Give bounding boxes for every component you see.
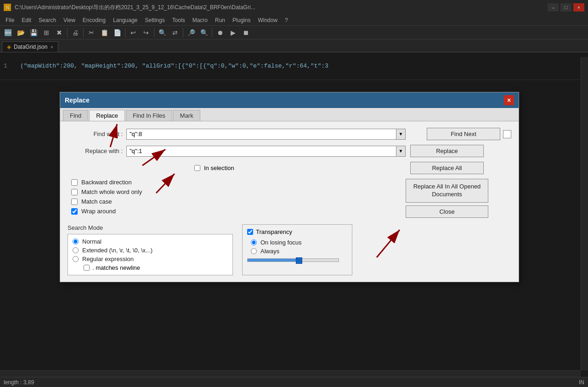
on-losing-focus-row: On losing focus: [247, 239, 347, 246]
replace-with-input[interactable]: [127, 146, 396, 156]
wrap-around-label: Wrap around: [81, 208, 116, 215]
replace-all-button[interactable]: Replace All: [410, 162, 484, 174]
dialog-titlebar: Replace ×: [60, 92, 519, 108]
wrap-around-checkbox[interactable]: [71, 208, 78, 215]
find-next-button[interactable]: Find Next: [427, 128, 500, 140]
regex-label: Regular expression: [82, 256, 134, 262]
search-mode-content: Search Mode Normal Extended (\n, \r, \t,…: [68, 224, 511, 275]
matches-newline-row: . matches newline: [73, 264, 228, 271]
extended-label: Extended (\n, \r, \t, \0, \x...): [82, 247, 153, 254]
always-label: Always: [260, 248, 279, 255]
dialog-tabs: Find Replace Find In Files Mark: [60, 108, 519, 121]
extended-radio[interactable]: [73, 247, 79, 253]
right-buttons: Replace All In All Opened Documents Clos…: [406, 179, 511, 218]
normal-radio[interactable]: [73, 239, 79, 245]
tab-replace[interactable]: Replace: [89, 110, 125, 121]
find-what-input-wrap: ▼: [126, 129, 406, 140]
match-whole-word-row: Match whole word only: [68, 188, 406, 195]
always-row: Always: [247, 248, 347, 255]
search-mode-box: Search Mode Normal Extended (\n, \r, \t,…: [68, 224, 233, 275]
close-button[interactable]: Close: [406, 205, 488, 218]
find-what-row: Find what : ▼ Find Next: [68, 128, 511, 140]
transparency-header: Transparency: [247, 228, 347, 235]
normal-label: Normal: [82, 238, 102, 245]
match-case-checkbox[interactable]: [71, 199, 78, 205]
replace-with-row: Replace with : ▼ Replace: [68, 145, 511, 157]
slider-thumb[interactable]: [296, 257, 302, 264]
search-mode-section: Search Mode Normal Extended (\n, \r, \t,…: [68, 224, 511, 275]
checkboxes-section: Backward direction Match whole word only…: [68, 179, 406, 218]
normal-radio-row: Normal: [73, 238, 228, 245]
find-what-label: Find what :: [68, 131, 123, 137]
replace-button[interactable]: Replace: [410, 145, 484, 157]
backward-direction-label: Backward direction: [81, 179, 132, 186]
regex-radio-row: Regular expression: [73, 256, 228, 262]
backward-direction-checkbox[interactable]: [71, 179, 78, 186]
search-mode-heading: Search Mode: [68, 224, 233, 231]
match-case-row: Match case: [68, 198, 406, 205]
in-selection-label: In selection: [204, 165, 234, 171]
match-whole-word-label: Match whole word only: [81, 188, 142, 195]
matches-newline-checkbox[interactable]: [84, 265, 90, 271]
backward-direction-row: Backward direction: [68, 179, 406, 186]
replace-dialog: Replace × Find Replace Find In Files Mar…: [60, 92, 519, 282]
tab-find[interactable]: Find: [63, 110, 88, 121]
replace-with-dropdown[interactable]: ▼: [396, 146, 405, 156]
on-losing-focus-radio[interactable]: [251, 239, 257, 245]
matches-newline-label: . matches newline: [92, 264, 140, 271]
transparency-slider-row: [247, 258, 347, 262]
dialog-title: Replace: [65, 97, 90, 104]
replace-all-opened-button[interactable]: Replace All In All Opened Documents: [406, 179, 488, 203]
find-next-checkbox[interactable]: [503, 130, 511, 138]
transparency-checkbox[interactable]: [247, 229, 253, 235]
dialog-close-button[interactable]: ×: [504, 95, 514, 105]
transparency-section: Transparency On losing focus Always: [242, 224, 352, 275]
replace-with-input-wrap: ▼: [126, 146, 406, 157]
regex-radio[interactable]: [73, 256, 79, 262]
in-selection-row: In selection Replace All: [68, 162, 511, 174]
slider-fill: [248, 259, 298, 262]
dialog-body: Find what : ▼ Find Next Replace with : ▼…: [60, 121, 519, 282]
transparency-slider-track[interactable]: [247, 258, 339, 262]
replace-with-label: Replace with :: [68, 148, 123, 154]
tab-mark[interactable]: Mark: [173, 110, 200, 121]
match-whole-word-checkbox[interactable]: [71, 189, 78, 195]
extended-radio-row: Extended (\n, \r, \t, \0, \x...): [73, 247, 228, 254]
options-section: Backward direction Match whole word only…: [68, 179, 511, 218]
transparency-label: Transparency: [256, 228, 292, 235]
find-what-dropdown[interactable]: ▼: [396, 129, 405, 139]
wrap-around-row: Wrap around: [68, 208, 406, 215]
always-radio[interactable]: [251, 248, 257, 254]
match-case-label: Match case: [81, 198, 112, 205]
find-what-input[interactable]: [127, 129, 396, 139]
tab-find-in-files[interactable]: Find In Files: [126, 110, 172, 121]
in-selection-checkbox[interactable]: [194, 165, 200, 171]
search-mode-options: Normal Extended (\n, \r, \t, \0, \x...) …: [68, 234, 233, 275]
on-losing-focus-label: On losing focus: [260, 239, 302, 246]
